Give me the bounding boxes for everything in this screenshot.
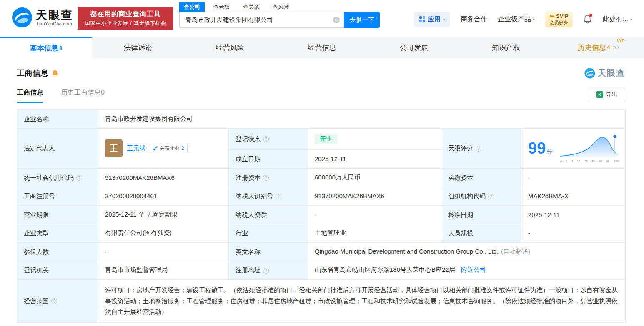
label-paid-capital: 实缴资本 <box>441 168 521 187</box>
label-reg-status: 登记状态? <box>229 128 308 149</box>
tab-basic-info[interactable]: 基本信息8 <box>0 37 92 58</box>
label-approval-date: 核准日期 <box>441 205 521 224</box>
subtab-business-info-label: 工商信息 <box>17 89 43 96</box>
tab-operating-info[interactable]: 经营信息 <box>276 37 368 58</box>
help-icon[interactable]: ? <box>263 175 269 181</box>
help-icon[interactable]: ? <box>488 194 494 199</box>
label-taxpayer-id: 纳税人识别号? <box>229 187 308 206</box>
related-companies-badge[interactable]: 关联企业 2 <box>150 144 188 153</box>
vip-tag: VIP <box>617 38 625 43</box>
search-tabs: 查公司 查老板 查关系 查风险 <box>179 2 293 12</box>
table-row: 工商注册号 370200020004401 纳税人识别号? 91370200MA… <box>17 187 626 206</box>
apps-label: 应用 <box>428 15 441 23</box>
export-label: 导出 <box>606 91 618 98</box>
score-number: 99分 <box>528 139 552 157</box>
subtab-history-business-info[interactable]: 历史工商信息0 <box>61 88 105 103</box>
notification-bell-button[interactable] <box>583 14 592 24</box>
related-companies-count: 2 <box>181 145 184 151</box>
excel-icon: X <box>596 91 603 98</box>
export-button[interactable]: X 导出 <box>589 87 625 102</box>
value-english-name: Qingdao Municipal Development and Constr… <box>308 242 626 261</box>
value-business-scope: 许可项目：房地产开发经营；建设工程施工。（依法须经批准的项目，经相关部门批准后方… <box>98 279 626 322</box>
value-reg-capital: 600000万人民币 <box>308 168 441 187</box>
search-tab-relation[interactable]: 查关系 <box>238 2 264 12</box>
label-taxpayer-quality: 纳税人资质 <box>229 205 308 224</box>
tab-operating-risk-label: 经营风险 <box>216 43 244 52</box>
tab-operating-risk[interactable]: 经营风险 <box>184 37 276 58</box>
help-icon[interactable]: ? <box>263 268 269 274</box>
chevron-down-icon: ▾ <box>533 17 535 22</box>
table-row: 法定代表人 王 王元斌 关联企业 <box>17 128 626 149</box>
legal-rep-link[interactable]: 王元斌 <box>127 144 145 152</box>
svip-member-button[interactable]: SVIP 会员服务 <box>545 11 573 27</box>
table-row: 统一社会信用代码? 91370200MAK26BMAX6 注册资本? 60000… <box>17 168 626 187</box>
apps-grid-icon <box>419 16 426 22</box>
help-icon[interactable]: ? <box>476 146 481 152</box>
apps-menu-button[interactable]: 应用 ▾ <box>414 12 450 27</box>
search-tab-company[interactable]: 查公司 <box>179 2 205 12</box>
value-credit-code: 91370200MAK26BMAX6 <box>98 168 229 187</box>
tianyancha-logo[interactable]: 天眼查 TianYanCha.com <box>12 7 73 28</box>
business-info-table: 企业名称 青岛市政开发建设集团有限公司 法定代表人 王 王元斌 <box>17 109 626 323</box>
value-reg-status: 开业 <box>308 128 441 149</box>
label-insured-count: 参保人数 <box>17 242 98 261</box>
logo-text: 天眼查 TianYanCha.com <box>36 9 73 26</box>
notification-dot <box>589 14 592 17</box>
label-staff-size: 人员规模 <box>441 224 521 243</box>
tab-intellectual-property-label: 知识产权 <box>492 43 520 52</box>
help-icon[interactable]: ? <box>76 175 82 181</box>
value-reg-authority: 青岛市市场监督管理局 <box>98 261 229 280</box>
table-row: 登记机关 青岛市市场监督管理局 注册地址? 山东省青岛市崂山区海尔路180号大荣… <box>17 261 626 280</box>
clear-search-icon[interactable]: ✕ <box>333 17 340 23</box>
tab-company-development-label: 公司发展 <box>400 43 428 52</box>
label-company-type: 企业类型 <box>17 224 98 243</box>
subtab-business-info[interactable]: 工商信息 <box>17 88 43 103</box>
value-reg-address: 山东省青岛市崂山区海尔路180号大荣中心B座22层 附近公司 <box>308 261 626 280</box>
value-company-type: 有限责任公司(国有独资) <box>98 224 229 243</box>
status-badge: 开业 <box>315 134 337 144</box>
business-coop-link[interactable]: 商务合作 <box>461 15 487 24</box>
help-icon[interactable]: ? <box>276 194 281 199</box>
related-companies-icon <box>153 146 158 151</box>
table-row: 参保人数 - 英文名称 Qingdao Municipal Developmen… <box>17 242 626 261</box>
search-tab-risk[interactable]: 查风险 <box>268 2 293 12</box>
tab-history-info-label: 历史信息 <box>578 43 606 52</box>
value-taxpayer-quality: - <box>308 205 441 224</box>
crown-icon <box>549 14 555 18</box>
member-service-label: 会员服务 <box>549 20 569 26</box>
user-menu[interactable]: 此处有... ▾ <box>603 15 632 24</box>
tab-history-info[interactable]: VIP 历史信息4 ? <box>552 37 644 58</box>
promo-banner-line2: 国家中小企业发展子基金旗下机构 <box>78 20 173 27</box>
search-tab-boss[interactable]: 查老板 <box>209 2 234 12</box>
help-icon[interactable]: ? <box>613 45 619 50</box>
subtab-history-business-info-label: 历史工商信息 <box>61 89 101 96</box>
label-business-term: 营业期限 <box>17 205 98 224</box>
enterprise-products-link[interactable]: 企业级产品 ▾ <box>498 15 535 24</box>
label-reg-number: 工商注册号 <box>17 187 98 206</box>
promo-banner[interactable]: 都在用的商业查询工具 国家中小企业发展子基金旗下机构 <box>78 7 173 30</box>
value-reg-number: 370200020004401 <box>98 187 229 206</box>
subscribe-bell-icon[interactable] <box>52 70 58 77</box>
tab-legal-proceedings[interactable]: 法律诉讼 <box>92 37 184 58</box>
search-button[interactable]: 天眼一下 <box>344 12 380 28</box>
tab-legal-proceedings-label: 法律诉讼 <box>124 43 152 52</box>
label-score: 天眼评分? <box>441 128 521 168</box>
nearby-companies-link[interactable]: 附近公司 <box>461 266 486 273</box>
help-icon[interactable]: ? <box>263 136 269 142</box>
search-input[interactable] <box>179 12 344 28</box>
value-org-code: MAK26BMA-X <box>521 187 626 206</box>
legal-rep-avatar[interactable]: 王 <box>105 139 123 157</box>
value-business-term: 2025-12-11 至 无固定期限 <box>98 205 229 224</box>
label-business-scope: 经营范围? <box>17 279 98 322</box>
header-right-nav: 应用 ▾ 商务合作 企业级产品 ▾ SVIP 会员服务 <box>414 10 632 28</box>
label-legal-rep: 法定代表人 <box>17 128 98 168</box>
label-credit-code: 统一社会信用代码? <box>17 168 98 187</box>
tab-company-development[interactable]: 公司发展 <box>368 37 460 58</box>
table-row: 企业名称 青岛市政开发建设集团有限公司 <box>17 110 626 129</box>
label-industry: 行业 <box>229 224 308 243</box>
tab-basic-info-label: 基本信息 <box>30 43 58 53</box>
tianyancha-watermark-icon <box>584 68 595 79</box>
search-bar: ✕ 天眼一下 <box>179 12 380 28</box>
tab-intellectual-property[interactable]: 知识产权 <box>460 37 552 58</box>
help-icon[interactable]: ? <box>51 298 57 304</box>
